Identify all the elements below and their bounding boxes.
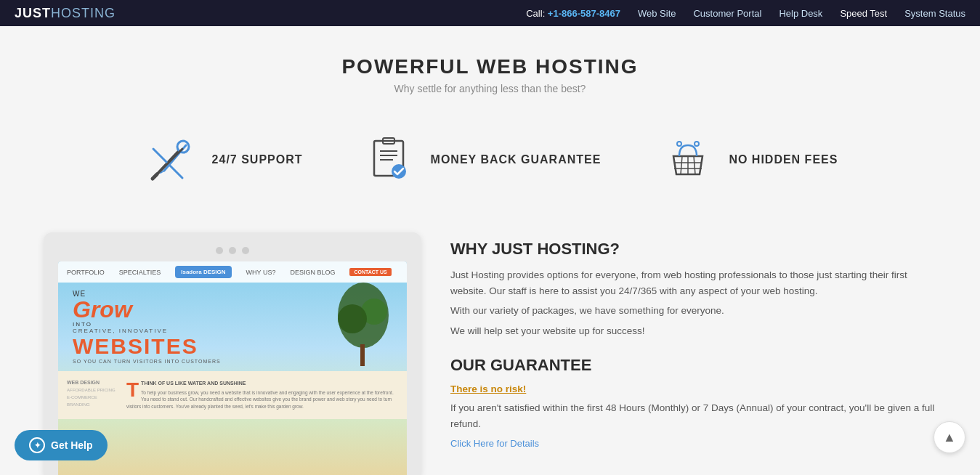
svg-rect-21 <box>360 344 365 366</box>
phone-number[interactable]: +1-866-587-8467 <box>548 8 620 19</box>
why-para-3: We will help set your website up for suc… <box>450 323 936 339</box>
svg-point-19 <box>694 142 699 146</box>
mockup-top-bar <box>58 247 407 254</box>
mockup-nav-portfolio: PORTFOLIO <box>67 269 105 276</box>
nav-system-status[interactable]: System Status <box>904 8 965 19</box>
no-risk-link[interactable]: There is no risk! <box>450 383 936 394</box>
feature-no-fees: NO HIDDEN FEES <box>659 131 838 189</box>
nav-customer-portal[interactable]: Customer Portal <box>693 8 761 19</box>
nav-web-site[interactable]: Web Site <box>638 8 676 19</box>
feature-support: 24/7 SUPPORT <box>142 131 303 189</box>
main-content: PORTFOLIO SPECIALTIES Isadora DESIGN WHY… <box>0 218 980 475</box>
mockup-screen: PORTFOLIO SPECIALTIES Isadora DESIGN WHY… <box>58 261 407 475</box>
feature-money-back: MONEY BACK GUARANTEE <box>361 131 602 189</box>
hero-title: POWERFUL WEB HOSTING <box>15 55 965 78</box>
mockup-bottom: WEB DESIGN AFFORDABLE PRICING E-COMMERCE… <box>58 371 407 419</box>
why-para-2: With our variety of packages, we have so… <box>450 303 936 319</box>
right-content: WHY JUST HOSTING? Just Hosting provides … <box>450 232 936 450</box>
scroll-to-top-button[interactable]: ▲ <box>934 421 965 453</box>
get-help-label: Get Help <box>51 439 93 451</box>
mockup-circle-3 <box>242 247 249 254</box>
nav-speed-test[interactable]: Speed Test <box>840 8 887 19</box>
mockup-circle-2 <box>229 247 236 254</box>
brand-hosting: HOSTING <box>51 6 116 20</box>
no-fees-icon <box>659 131 717 189</box>
get-help-button[interactable]: ✦ Get Help <box>15 430 108 460</box>
guarantee-text: If you aren't satisfied within the first… <box>450 400 936 431</box>
why-title: WHY JUST HOSTING? <box>450 240 936 259</box>
mockup-tagline: SO YOU CAN TURN VISITORS INTO CUSTOMERS <box>73 359 221 364</box>
svg-point-18 <box>677 142 681 146</box>
mockup-think-title: THINK OF US LIKE WATER AND SUNSHINE <box>126 380 398 388</box>
mockup-grow: Grow <box>73 298 221 321</box>
why-para-1: Just Hosting provides options for everyo… <box>450 267 936 299</box>
mockup-nav-design-blog: DESIGN BLOG <box>290 269 335 276</box>
mockup-big-T: T <box>126 380 139 400</box>
hero-section: POWERFUL WEB HOSTING Why settle for anyt… <box>0 26 980 116</box>
nav-links: Call: +1-866-587-8467 Web Site Customer … <box>526 8 965 19</box>
hero-subtitle: Why settle for anything less than the be… <box>15 83 965 94</box>
guarantee-section: OUR GUARANTEE There is no risk! If you a… <box>450 356 936 449</box>
svg-line-15 <box>694 156 695 174</box>
mockup-text-block: T THINK OF US LIKE WATER AND SUNSHINE To… <box>126 380 398 410</box>
money-back-icon <box>361 131 419 189</box>
svg-point-23 <box>338 304 367 333</box>
svg-line-14 <box>681 156 682 174</box>
mockup-nav-specialties: SPECIALTIES <box>119 269 161 276</box>
support-icon <box>142 131 201 189</box>
navbar: JUSTHOSTING Call: +1-866-587-8467 Web Si… <box>0 0 980 26</box>
money-back-label: MONEY BACK GUARANTEE <box>431 153 602 166</box>
features-row: 24/7 SUPPORT MONEY BACK GUARANTEE <box>0 116 980 218</box>
mockup-websites: WEBSITES <box>73 334 221 359</box>
mockup-sidebar: WEB DESIGN AFFORDABLE PRICING E-COMMERCE… <box>67 380 118 410</box>
mockup-think-body: To help your business grow, you need a w… <box>126 389 398 410</box>
up-arrow-icon: ▲ <box>943 430 956 445</box>
mockup-tree <box>312 279 400 376</box>
nav-help-desk[interactable]: Help Desk <box>779 8 822 19</box>
mockup-nav-why-us: WHY US? <box>246 269 276 276</box>
guarantee-title: OUR GUARANTEE <box>450 356 936 375</box>
no-fees-label: NO HIDDEN FEES <box>729 153 838 166</box>
click-here-link[interactable]: Click Here for Details <box>450 438 539 449</box>
get-help-icon: ✦ <box>29 437 45 453</box>
mockup-creative: CREATIVE, INNOVATIVE <box>73 328 221 334</box>
support-label: 24/7 SUPPORT <box>212 153 303 166</box>
brand-logo[interactable]: JUSTHOSTING <box>15 6 116 21</box>
call-info: Call: +1-866-587-8467 <box>526 8 620 19</box>
mockup-logo: Isadora DESIGN <box>175 266 231 278</box>
mockup-circle-1 <box>216 247 223 254</box>
brand-just: JUST <box>15 6 51 20</box>
mockup-contact: CONTACT US <box>349 268 391 276</box>
mockup-hero-text: We Grow INTO CREATIVE, INNOVATIVE WEBSIT… <box>73 290 221 364</box>
